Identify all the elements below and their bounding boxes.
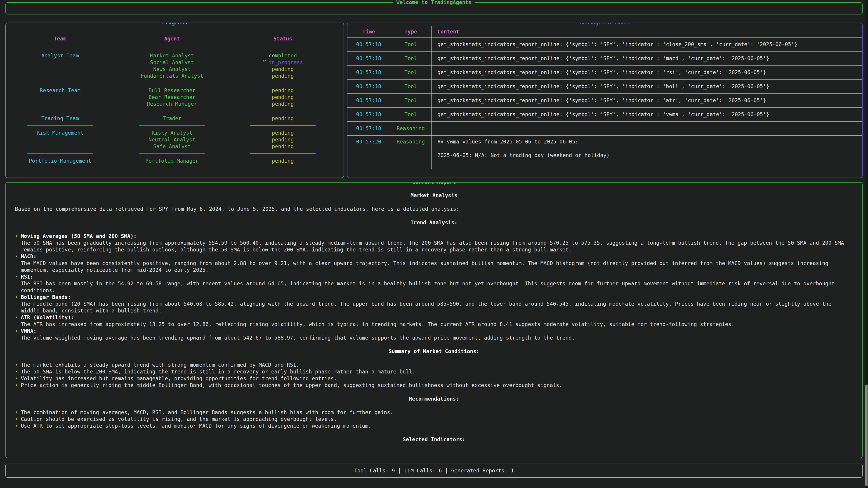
bullet-dot-icon: • [15,382,21,389]
report-bullet: •The combination of moving averages, MAC… [15,409,853,416]
message-type: Tool [391,37,432,51]
message-content: get_stockstats_indicators_report_online:… [432,107,862,121]
team-name-cell [6,94,114,101]
report-bullet: •Bollinger Bands:The middle band (20 SMA… [15,294,853,314]
message-type: Tool [391,107,432,121]
agent-status-label: pending [272,94,294,100]
tradingagents-app: Welcome to TradingAgents Progress TeamAg… [0,0,868,488]
report-bullet: •VWMA:The volume-weighted moving average… [15,328,853,341]
footer-stats-text: Tool Calls: 9 | LLM Calls: 6 | Generated… [354,467,514,474]
messages-column-header-time: Time [347,26,391,37]
agent-status-cell: pending [230,158,336,164]
progress-table: TeamAgentStatusAnalyst TeamMarket Analys… [6,23,344,172]
message-type: Tool [391,94,432,107]
report-bullet-desc: The 50 SMA has been gradually increasing… [21,239,853,253]
report-bullet-desc: The combination of moving averages, MACD… [21,409,853,416]
team-name-cell [6,136,114,143]
message-time: 00:57:18 [347,52,391,65]
report-bullet-term: MACD: [21,253,853,260]
report-bullet-term: ATR (Volatility): [21,314,853,321]
team-name-cell: Trading Team [6,115,114,122]
agent-status-label: in_progress [269,59,303,65]
agent-status-cell: pending [230,101,336,107]
progress-row: Bear Researcherpending [6,94,344,101]
scrollbar-thumb[interactable] [865,385,868,486]
message-content-line: 2025-06-05: N/A: Not a trading day (week… [437,152,610,159]
team-name-cell [6,101,114,107]
status-separator-line [250,111,315,111]
messages-panel: Messages & Tools TimeTypeContent00:57:18… [347,23,863,178]
team-name-cell: Portfolio Management [6,158,114,164]
report-bullet-text: Moving Averages (50 SMA and 200 SMA):The… [21,233,853,253]
scrollbar[interactable] [865,0,868,488]
progress-row: Safe Analystpending [6,143,344,150]
messages-header-row: TimeTypeContent [347,26,862,37]
progress-row: Trading TeamTraderpending [6,115,344,122]
message-row: 00:57:18Toolget_stockstats_indicators_re… [347,94,862,107]
message-content: ## vwma values from 2025-05-06 to 2025-0… [432,135,862,169]
report-bullet-desc: Use ATR to set appropriate stop-loss lev… [21,422,853,429]
message-content: get_stockstats_indicators_report_online:… [432,79,862,93]
report-bullet-text: Use ATR to set appropriate stop-loss lev… [21,422,853,429]
progress-row: Fundamentals Analystpending [6,72,344,79]
bullet-dot-icon: • [15,422,21,429]
progress-row: Portfolio ManagementPortfolio Managerpen… [6,158,344,164]
bullet-dot-icon: • [15,409,21,416]
report-bullet-text: Bollinger Bands:The middle band (20 SMA)… [21,294,853,314]
message-time: 00:57:20 [347,135,391,169]
progress-panel-title: Progress [159,23,191,26]
agent-separator-line [139,125,205,126]
bullet-dot-icon: • [15,416,21,422]
report-bullet: •Volatility has increased but remains ma… [15,375,853,382]
report-section-heading: Summary of Market Conditions: [15,348,853,355]
agent-status-label: pending [272,137,294,142]
message-type: Reasoning [391,122,432,135]
report-bullet-term: RSI: [21,273,853,280]
message-row: 00:57:18Toolget_stockstats_indicators_re… [347,37,862,52]
messages-table: TimeTypeContent00:57:18Toolget_stockstat… [347,23,862,178]
agent-name-cell: Safe Analyst [114,143,230,150]
welcome-title: Welcome to TradingAgents [393,0,475,6]
agent-status-cell: pending [230,72,336,79]
agent-status-cell: pending [230,94,336,101]
message-row: 00:57:18Toolget_stockstats_indicators_re… [347,52,862,66]
report-intro: Based on the comprehensive data retrieve… [15,205,853,213]
message-content: get_stockstats_indicators_report_online:… [432,94,862,107]
agent-status-cell: ⠋in_progress [230,59,336,66]
report-bullet-desc: The middle band (20 SMA) has been rising… [21,300,853,314]
progress-column-header: Team [6,35,114,42]
agent-status-label: pending [272,130,294,136]
bullet-dot-icon: • [15,314,21,328]
report-bullet-desc: The MACD values have been consistently p… [21,260,853,273]
report-bullet-text: MACD:The MACD values have been consisten… [21,253,853,273]
report-bullet-term: VWMA: [21,328,853,334]
report-bullet: •MACD:The MACD values have been consiste… [15,253,853,273]
message-time: 00:57:18 [347,37,391,51]
status-separator-line [250,83,315,84]
team-separator-line [27,83,93,84]
message-time: 00:57:18 [347,122,391,135]
agent-status-label: pending [272,88,294,93]
team-name-cell: Risk Management [6,129,114,136]
agent-status-cell: pending [230,136,336,143]
report-panel: Current Report Market AnalysisBased on t… [5,182,863,458]
message-content-line: ## vwma values from 2025-05-06 to 2025-0… [437,138,610,145]
agent-separator-line [139,153,205,154]
group-separator [6,164,344,172]
agent-status-cell: pending [230,143,336,150]
report-bullet-text: The combination of moving averages, MACD… [21,409,853,416]
agent-status-cell: pending [230,66,336,72]
bullet-dot-icon: • [15,233,21,253]
report-bullet: •Caution should be exercised as volatili… [15,416,853,422]
report-bullet-desc: Volatility has increased but remains man… [21,375,853,382]
report-bullet-text: The 50 SMA is below the 200 SMA, indicat… [21,368,853,375]
report-bullet: •Use ATR to set appropriate stop-loss le… [15,422,853,429]
report-body: Market AnalysisBased on the comprehensiv… [6,183,862,443]
team-name-cell [6,72,114,79]
message-row: 00:57:18Toolget_stockstats_indicators_re… [347,66,862,79]
agent-name-cell: Bear Researcher [114,94,230,101]
agent-separator-line [139,168,205,168]
report-bullet-desc: Caution should be exercised as volatilit… [21,416,853,422]
report-bullet: •The market exhibits a steady upward tre… [15,361,853,368]
team-name-cell: Analyst Team [6,52,114,59]
